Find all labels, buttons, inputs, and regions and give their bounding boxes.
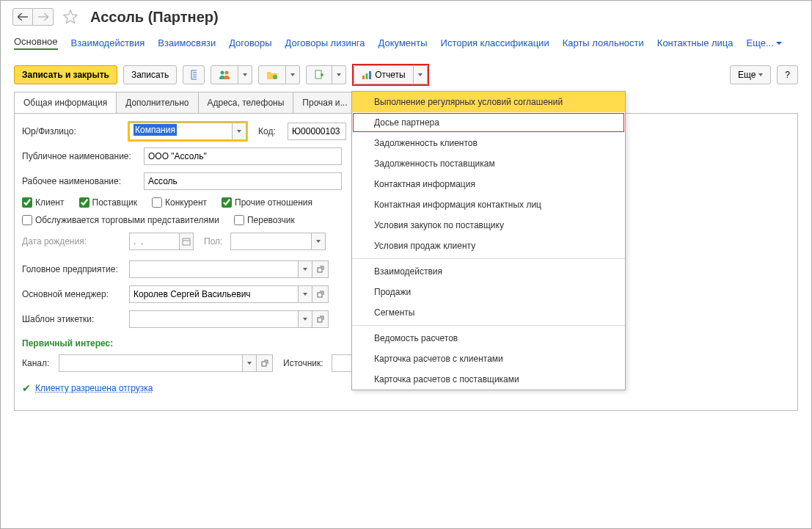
menu-item[interactable]: Контактная информация xyxy=(352,174,625,194)
nav-main[interactable]: Основное xyxy=(14,36,58,50)
tab-addresses[interactable]: Адреса, телефоны xyxy=(198,92,294,113)
svg-rect-10 xyxy=(369,71,371,79)
nav-loyalty[interactable]: Карты лояльности xyxy=(563,37,644,48)
head-dropdown-btn[interactable] xyxy=(298,260,312,278)
forward-button[interactable] xyxy=(33,8,54,26)
create-dropdown[interactable] xyxy=(332,65,346,84)
label-template-dropdown-btn[interactable] xyxy=(298,310,312,328)
folder-icon xyxy=(266,70,278,80)
label-template-open-btn[interactable] xyxy=(312,310,329,328)
competitor-checkbox[interactable]: Конкурент xyxy=(152,197,207,208)
open-icon xyxy=(317,266,324,273)
code-label: Код: xyxy=(258,126,283,136)
nav-contracts[interactable]: Договоры xyxy=(229,37,271,48)
folder-button[interactable] xyxy=(258,65,286,84)
menu-item[interactable]: Карточка расчетов с клиентами xyxy=(352,349,625,369)
reports-button[interactable]: Отчеты xyxy=(354,65,413,84)
chevron-down-icon xyxy=(290,73,295,76)
manager-dropdown-btn[interactable] xyxy=(298,285,312,303)
shipment-allowed-link[interactable]: Клиенту разрешена отгрузка xyxy=(35,383,153,393)
client-checkbox[interactable]: Клиент xyxy=(22,197,65,208)
public-name-input[interactable] xyxy=(144,147,342,165)
nav-contacts[interactable]: Контактные лица xyxy=(657,37,734,48)
head-open-btn[interactable] xyxy=(312,260,329,278)
type-value: Компания xyxy=(133,124,177,136)
head-label: Головное предприятие: xyxy=(22,264,125,274)
favorite-star-icon[interactable] xyxy=(62,9,78,25)
carrier-checkbox[interactable]: Перевозчик xyxy=(234,215,295,225)
channel-open-btn[interactable] xyxy=(257,354,273,372)
code-input[interactable] xyxy=(288,123,346,140)
menu-item[interactable]: Ведомость расчетов xyxy=(352,328,625,349)
chevron-down-icon xyxy=(247,362,252,365)
page-title: Ассоль (Партнер) xyxy=(90,9,219,26)
head-select[interactable] xyxy=(129,260,329,278)
manager-select[interactable] xyxy=(129,285,329,303)
label-template-label: Шаблон этикетки: xyxy=(22,314,125,324)
tab-additional[interactable]: Дополнительно xyxy=(116,92,198,113)
nav-relations[interactable]: Взаимосвязи xyxy=(158,37,216,48)
save-close-button[interactable]: Записать и закрыть xyxy=(14,65,117,84)
nav-history-group xyxy=(12,8,54,26)
menu-item[interactable]: Задолженность поставщикам xyxy=(352,153,625,174)
menu-item[interactable]: Условия продаж клиенту xyxy=(352,236,625,256)
folder-dropdown[interactable] xyxy=(286,65,300,84)
menu-item[interactable]: Карточка расчетов с поставщиками xyxy=(352,369,625,390)
menu-item[interactable]: Условия закупок по поставщику xyxy=(352,215,625,236)
users-split-button xyxy=(211,65,252,84)
svg-rect-16 xyxy=(262,362,266,366)
birth-label: Дата рождения: xyxy=(22,236,125,247)
svg-rect-13 xyxy=(318,268,322,272)
gender-dropdown-btn[interactable] xyxy=(311,233,326,250)
reports-split-button: Отчеты xyxy=(352,64,428,86)
help-button[interactable]: ? xyxy=(777,65,798,84)
tab-other[interactable]: Прочая и... xyxy=(293,92,356,113)
birth-input[interactable] xyxy=(129,233,194,250)
menu-separator xyxy=(352,258,625,259)
menu-item[interactable]: Задолженность клиентов xyxy=(352,133,625,153)
svg-point-4 xyxy=(221,71,224,75)
list-button[interactable] xyxy=(183,65,205,84)
tab-general[interactable]: Общая информация xyxy=(14,92,117,113)
chevron-down-icon xyxy=(758,73,763,76)
nav-documents[interactable]: Документы xyxy=(378,37,428,48)
arrow-left-icon xyxy=(18,13,28,21)
channel-dropdown-btn[interactable] xyxy=(242,354,257,372)
nav-leasing[interactable]: Договоры лизинга xyxy=(285,37,365,48)
channel-select[interactable] xyxy=(59,354,273,372)
type-label: Юр/Физлицо: xyxy=(22,126,125,136)
menu-item[interactable]: Контактная информация контактных лиц xyxy=(352,194,625,215)
create-button[interactable] xyxy=(306,65,332,84)
calendar-btn[interactable] xyxy=(179,233,194,250)
type-dropdown-btn[interactable] xyxy=(232,123,246,140)
other-checkbox[interactable]: Прочие отношения xyxy=(222,197,312,208)
serviced-checkbox[interactable]: Обслуживается торговыми представителями xyxy=(22,215,219,225)
users-button[interactable] xyxy=(211,65,238,84)
reports-menu: Выполнение регулярных условий соглашений… xyxy=(351,91,626,390)
manager-open-btn[interactable] xyxy=(312,285,329,303)
chevron-down-icon xyxy=(237,130,241,133)
type-select[interactable]: Компания xyxy=(129,123,246,140)
more-button[interactable]: Еще xyxy=(730,65,771,84)
menu-item[interactable]: Продажи xyxy=(352,282,625,302)
back-button[interactable] xyxy=(12,8,33,26)
menu-item[interactable]: Взаимодействия xyxy=(352,261,625,282)
save-button[interactable]: Записать xyxy=(123,65,177,84)
menu-item[interactable]: Выполнение регулярных условий соглашений xyxy=(352,92,625,112)
working-name-label: Рабочее наименование: xyxy=(22,176,139,186)
chevron-down-icon xyxy=(303,268,307,271)
menu-partner-dossier[interactable]: Досье партнера xyxy=(352,112,625,133)
menu-item[interactable]: Сегменты xyxy=(352,302,625,323)
svg-rect-9 xyxy=(366,73,368,79)
gender-select[interactable] xyxy=(230,233,326,250)
supplier-checkbox[interactable]: Поставщик xyxy=(79,197,138,208)
nav-more[interactable]: Еще... xyxy=(747,37,782,48)
users-dropdown[interactable] xyxy=(238,65,252,84)
source-label: Источник: xyxy=(283,358,327,368)
reports-dropdown[interactable] xyxy=(414,65,428,84)
toolbar: Записать и закрыть Записать От xyxy=(1,58,811,92)
label-template-select[interactable] xyxy=(129,310,329,328)
nav-history[interactable]: История классификации xyxy=(441,37,549,48)
working-name-input[interactable] xyxy=(144,172,342,190)
nav-interactions[interactable]: Взаимодействия xyxy=(71,37,145,48)
